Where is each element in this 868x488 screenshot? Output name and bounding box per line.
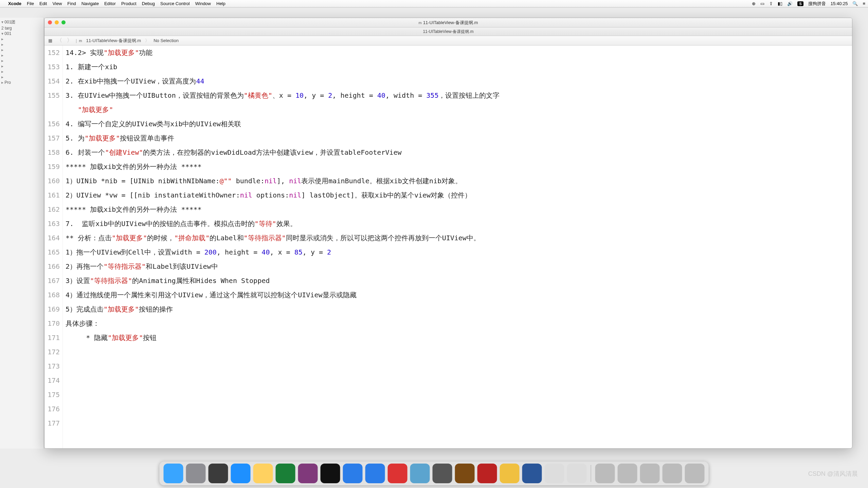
code-line[interactable]: 2. 在xib中拖拽一个UIView，设置高度为44 xyxy=(66,74,852,88)
dock-app-app[interactable] xyxy=(663,464,682,483)
zoom-icon[interactable] xyxy=(61,20,66,24)
code-line[interactable]: ***** 加载xib文件的另外一种办法 ***** xyxy=(66,202,852,217)
dock-app-trash[interactable] xyxy=(685,464,705,483)
code-line[interactable]: 14.2> 实现"加载更多"功能 xyxy=(66,45,852,60)
menu-window[interactable]: Window xyxy=(195,1,211,6)
code-line[interactable]: 2）UIView *vw = [[nib instantiateWithOwne… xyxy=(66,188,852,202)
menu-find[interactable]: Find xyxy=(67,1,76,6)
jump-file[interactable]: 11-UITableView-备课提纲.m xyxy=(84,38,143,44)
dock-app-safari[interactable] xyxy=(231,464,251,483)
code-line[interactable]: 具体步骤： xyxy=(66,316,852,331)
jump-selection[interactable]: No Selection xyxy=(151,38,181,43)
code-line[interactable]: 1. 新建一个xib xyxy=(66,60,852,74)
code-line[interactable]: 3）设置"等待指示器"的Animating属性和Hides When Stopp… xyxy=(66,274,852,288)
menu-source-control[interactable]: Source Control xyxy=(160,1,190,6)
close-icon[interactable] xyxy=(48,20,52,24)
nav-back-icon[interactable]: 〈 xyxy=(55,37,64,44)
code-line[interactable]: 4）通过拖线使用一个属性来引用这个UIView，通过这个属性就可以控制这个UIV… xyxy=(66,288,852,302)
code-line[interactable]: 3. 在UIView中拖拽一个UIButton，设置按钮的背景色为"橘黄色"、x… xyxy=(66,88,852,102)
sidebar-item[interactable] xyxy=(1,58,42,63)
project-navigator[interactable]: 001团 2 targ 001 Pro xyxy=(0,18,44,449)
dock-app-app[interactable] xyxy=(640,464,660,483)
menu-debug[interactable]: Debug xyxy=(142,1,155,6)
sidebar-item[interactable]: 001 xyxy=(1,31,42,36)
sidebar-item[interactable] xyxy=(1,69,42,74)
dock-app-excel[interactable] xyxy=(276,464,295,483)
notification-center-icon[interactable]: ≡ xyxy=(863,1,865,6)
jump-bar[interactable]: ▦ 〈 〉 | m 11-UITableView-备课提纲.m 〉 No Sel… xyxy=(44,36,852,45)
ime-name[interactable]: 搜狗拼音 xyxy=(808,1,826,7)
sidebar-item[interactable] xyxy=(1,42,42,47)
line-number: 152 xyxy=(44,45,60,60)
menubar-clock[interactable]: 15:40:25 xyxy=(831,1,848,6)
dock-app-app[interactable] xyxy=(433,464,452,483)
dock-app-pdf[interactable] xyxy=(388,464,408,483)
battery-icon[interactable]: ▮▯ xyxy=(778,1,782,6)
jump-file-icon: m xyxy=(79,39,82,43)
nav-forward-icon[interactable]: 〉 xyxy=(66,37,74,44)
volume-icon[interactable]: 🔊 xyxy=(787,1,793,6)
dock-app-terminal[interactable] xyxy=(321,464,340,483)
spotlight-icon[interactable]: 🔍 xyxy=(852,1,858,6)
source-editor[interactable]: 152153154155 156157158159160161162163164… xyxy=(44,45,852,448)
code-line[interactable]: 1）拖一个UIView到Cell中，设置width = 200, height … xyxy=(66,245,852,259)
code-line[interactable]: 2）再拖一个"等待指示器"和Label到该UIView中 xyxy=(66,259,852,274)
editor-tabbar[interactable]: 11-UITableView-备课提纲.m xyxy=(44,27,852,36)
dock-app-word[interactable] xyxy=(522,464,542,483)
menu-file[interactable]: File xyxy=(27,1,34,6)
code-line[interactable]: 6. 封装一个"创建View"的类方法，在控制器的viewDidLoad方法中创… xyxy=(66,145,852,159)
dock-app-filezilla[interactable] xyxy=(477,464,497,483)
dock-app-app[interactable] xyxy=(618,464,637,483)
menu-view[interactable]: View xyxy=(52,1,62,6)
dock-app-app[interactable] xyxy=(567,464,587,483)
sidebar-item[interactable] xyxy=(1,74,42,80)
dock-app-app[interactable] xyxy=(343,464,363,483)
code-line[interactable]: ** 分析：点击"加载更多"的时候，"拼命加载"的Label和"等待指示器"同时… xyxy=(66,231,852,245)
dock-app-app[interactable] xyxy=(365,464,385,483)
menu-edit[interactable]: Edit xyxy=(39,1,47,6)
code-line[interactable]: 7. 监听xib中的UIView中的按钮的点击事件。模拟点击时的"等待"效果。 xyxy=(66,217,852,231)
code-line[interactable]: 5）完成点击"加载更多"按钮的操作 xyxy=(66,302,852,316)
dock-app-app[interactable] xyxy=(455,464,475,483)
menu-navigate[interactable]: Navigate xyxy=(82,1,99,6)
status-icon[interactable]: ⊕ xyxy=(752,1,756,6)
minimize-icon[interactable] xyxy=(55,20,59,24)
dock-app-launchpad[interactable] xyxy=(209,464,228,483)
menu-editor[interactable]: Editor xyxy=(104,1,116,6)
tab-current[interactable]: 11-UITableView-备课提纲.m xyxy=(423,29,473,35)
dock-app-finder[interactable] xyxy=(164,464,183,483)
window-titlebar[interactable]: m 11-UITableView-备课提纲.m xyxy=(44,18,852,27)
dock-app-app[interactable] xyxy=(500,464,520,483)
line-number: 164 xyxy=(44,231,60,245)
code-line[interactable]: 4. 编写一个自定义的UIView类与xib中的UIView相关联 xyxy=(66,117,852,131)
dock-app-preview[interactable] xyxy=(410,464,430,483)
sidebar-item[interactable] xyxy=(1,47,42,53)
macos-dock[interactable] xyxy=(160,462,709,485)
menu-help[interactable]: Help xyxy=(216,1,225,6)
sidebar-item[interactable] xyxy=(1,53,42,58)
code-line[interactable]: 1）UINib *nib = [UINib nibWithNIbName:@""… xyxy=(66,174,852,188)
ime-indicator-icon[interactable]: S xyxy=(797,1,803,6)
menu-app-name[interactable]: Xcode xyxy=(8,1,21,6)
line-number: 158 xyxy=(44,145,60,159)
dock-app-settings[interactable] xyxy=(186,464,206,483)
line-number: 154 xyxy=(44,74,60,88)
sidebar-item[interactable]: 001团 xyxy=(1,19,42,25)
display-icon[interactable]: ▭ xyxy=(760,1,764,6)
code-line[interactable]: 5. 为"加载更多"按钮设置单击事件 xyxy=(66,131,852,145)
code-line[interactable]: "加载更多" xyxy=(66,102,852,117)
status-icon[interactable]: ⇪ xyxy=(769,1,773,6)
sidebar-item[interactable] xyxy=(1,36,42,42)
dock-app-onenote[interactable] xyxy=(298,464,318,483)
menu-product[interactable]: Product xyxy=(121,1,137,6)
dock-app-notes[interactable] xyxy=(253,464,273,483)
code-line[interactable]: ***** 加载xib文件的另外一种办法 ***** xyxy=(66,159,852,174)
sidebar-item[interactable]: Pro xyxy=(1,80,42,85)
sidebar-item[interactable] xyxy=(1,63,42,69)
related-items-icon[interactable]: ▦ xyxy=(47,38,53,43)
dock-app-app[interactable] xyxy=(545,464,564,483)
code-area[interactable]: 14.2> 实现"加载更多"功能1. 新建一个xib2. 在xib中拖拽一个UI… xyxy=(63,45,852,448)
dock-app-app[interactable] xyxy=(595,464,615,483)
code-line[interactable]: * 隐藏"加载更多"按钮 xyxy=(66,331,852,345)
line-number: 165 xyxy=(44,245,60,259)
